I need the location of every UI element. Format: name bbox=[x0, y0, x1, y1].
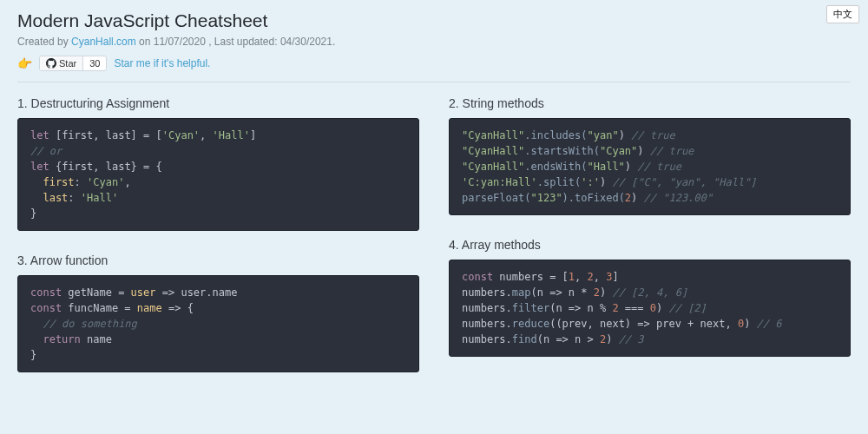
github-star-button[interactable]: Star 30 bbox=[39, 56, 107, 71]
author-link[interactable]: CyanHall.com bbox=[71, 36, 136, 48]
section-arrow: 3. Arrow function const getName = user =… bbox=[17, 253, 419, 372]
language-toggle[interactable]: 中文 bbox=[826, 5, 859, 23]
section-destructuring: 1. Destructuring Assignment let [first, … bbox=[17, 96, 419, 231]
divider bbox=[17, 82, 851, 82]
star-me-link[interactable]: Star me if it's helpful. bbox=[114, 57, 210, 69]
pointer-icon: 👉 bbox=[17, 56, 32, 70]
code-block: const numbers = [1, 2, 3] numbers.map(n … bbox=[449, 260, 851, 357]
page-title: Modern JavaScript Cheatsheet bbox=[17, 10, 851, 31]
section-title: 4. Array methods bbox=[449, 238, 851, 252]
code-block: const getName = user => user.name const … bbox=[17, 275, 419, 372]
section-title: 3. Arrow function bbox=[17, 253, 419, 267]
github-icon bbox=[46, 58, 56, 69]
code-block: let [first, last] = ['Cyan', 'Hall'] // … bbox=[17, 118, 419, 231]
section-string: 2. String methods "CyanHall".includes("y… bbox=[449, 96, 851, 215]
section-title: 1. Destructuring Assignment bbox=[17, 96, 419, 110]
links-row: 👉 Star 30 Star me if it's helpful. bbox=[17, 56, 851, 71]
code-block: "CyanHall".includes("yan") // true "Cyan… bbox=[449, 118, 851, 215]
section-array: 4. Array methods const numbers = [1, 2, … bbox=[449, 238, 851, 357]
subtitle: Created by CyanHall.com on 11/07/2020 , … bbox=[17, 36, 851, 48]
section-title: 2. String methods bbox=[449, 96, 851, 110]
